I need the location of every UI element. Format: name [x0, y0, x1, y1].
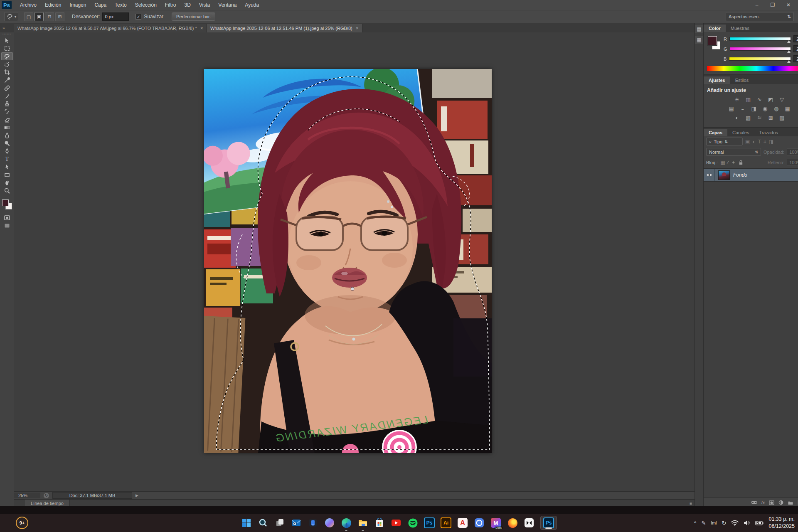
add-mask-icon[interactable]: [769, 500, 774, 505]
tool-clone-stamp[interactable]: [1, 100, 13, 108]
close-tab-icon[interactable]: ×: [356, 25, 359, 31]
add-to-selection-button[interactable]: ▣: [34, 12, 44, 21]
g-slider[interactable]: [730, 47, 791, 51]
color-spectrum-ramp[interactable]: [707, 66, 798, 71]
opacity-field[interactable]: 100%: [787, 148, 798, 155]
tool-zoom[interactable]: [1, 187, 13, 195]
fill-field[interactable]: 100%: [787, 159, 798, 166]
color-balance-icon[interactable]: ◒: [739, 105, 746, 112]
youtube-button[interactable]: [391, 517, 401, 528]
channel-mixer-icon[interactable]: ◍: [773, 105, 780, 112]
acrobat-button[interactable]: A: [457, 517, 468, 528]
toolbar-collapse[interactable]: »: [0, 23, 14, 32]
foreground-color-swatch[interactable]: [2, 200, 9, 206]
layers-empty-area[interactable]: [704, 182, 798, 498]
tool-rectangular-marquee[interactable]: [1, 44, 13, 52]
menu-ventana[interactable]: Ventana: [214, 1, 241, 9]
edge-button[interactable]: [341, 517, 352, 528]
tab-capas[interactable]: Capas: [704, 129, 727, 136]
tool-crop[interactable]: [1, 68, 13, 76]
collapsed-panel-properties-icon[interactable]: ▦: [695, 36, 703, 44]
timeline-expand-icon[interactable]: ≡: [690, 501, 692, 506]
open-image[interactable]: LEGENDARY WIZARDING: [204, 69, 492, 453]
volume-icon[interactable]: [744, 520, 750, 526]
photoshop-app-button[interactable]: Ps: [424, 517, 435, 528]
filter-type-icon[interactable]: T: [758, 139, 761, 145]
close-button[interactable]: ✕: [781, 0, 796, 10]
layer-thumbnail[interactable]: [718, 170, 730, 180]
menu-capa[interactable]: Capa: [90, 1, 111, 9]
copilot-button[interactable]: [324, 517, 335, 528]
layer-filter-kind-dropdown[interactable]: ⌕ Tipo ⇅: [706, 138, 743, 145]
subtract-selection-button[interactable]: ⊟: [45, 12, 54, 21]
tool-quick-selection[interactable]: [1, 60, 13, 68]
exposure-icon[interactable]: ◩: [767, 96, 774, 103]
tray-lml-icon[interactable]: lml: [711, 520, 717, 525]
lock-all-icon[interactable]: [739, 160, 743, 165]
menu-3d[interactable]: 3D: [180, 1, 195, 9]
menu-imagen[interactable]: Imagen: [65, 1, 90, 9]
tool-dodge[interactable]: [1, 139, 13, 147]
capcut-button[interactable]: [524, 517, 534, 528]
screen-mode-button[interactable]: [1, 222, 13, 229]
notification-badge[interactable]: 9+: [16, 517, 28, 529]
link-layers-icon[interactable]: [751, 500, 757, 505]
menu-vista[interactable]: Vista: [195, 1, 214, 9]
search-button[interactable]: [258, 517, 268, 528]
new-selection-button[interactable]: ▢: [24, 12, 33, 21]
tool-eyedropper[interactable]: [1, 76, 13, 84]
tool-hand[interactable]: [1, 179, 13, 187]
curves-icon[interactable]: ∿: [756, 96, 763, 103]
foreground-color-swatch[interactable]: [708, 36, 717, 45]
g-value-field[interactable]: 255: [793, 45, 798, 52]
filter-adjustment-icon[interactable]: ◐: [752, 139, 755, 145]
tool-pen[interactable]: [1, 147, 13, 155]
illustrator-app-button[interactable]: Ai: [441, 517, 451, 528]
filter-image-icon[interactable]: ▣: [745, 139, 750, 145]
posterize-icon[interactable]: ▨: [744, 114, 752, 121]
menu-edicion[interactable]: Edición: [41, 1, 65, 9]
photo-filter-icon[interactable]: ◉: [761, 105, 769, 112]
menu-ayuda[interactable]: Ayuda: [241, 1, 263, 9]
invert-icon[interactable]: ◐: [733, 114, 741, 121]
tool-eraser[interactable]: [1, 116, 13, 123]
task-view-button[interactable]: [274, 517, 285, 528]
tool-move[interactable]: [1, 37, 13, 44]
r-slider[interactable]: [729, 37, 791, 41]
toolbar-grip[interactable]: ▪▪▪▪▪▪: [2, 32, 11, 37]
new-adjustment-icon[interactable]: [778, 500, 783, 505]
layer-row-fondo[interactable]: Fondo: [704, 168, 798, 182]
refine-edge-button[interactable]: Perfeccionar bor.: [172, 12, 215, 21]
tool-healing-brush[interactable]: [1, 84, 13, 92]
m365-button[interactable]: M M365: [490, 517, 501, 528]
close-tab-icon[interactable]: ×: [200, 25, 203, 31]
tab-estilos[interactable]: Estilos: [730, 76, 754, 84]
vibrance-icon[interactable]: ▽: [778, 96, 786, 103]
layer-name[interactable]: Fondo: [733, 172, 798, 178]
minimize-button[interactable]: –: [749, 0, 765, 10]
restore-button[interactable]: ❐: [765, 0, 781, 10]
quick-mask-button[interactable]: [1, 214, 13, 222]
photoshop-active-window-button[interactable]: Ps: [540, 516, 557, 530]
layer-visibility-toggle[interactable]: [704, 169, 715, 181]
filter-shape-icon[interactable]: ⌗: [764, 139, 766, 145]
document-tab-2[interactable]: WhatsApp Image 2025-12-06 at 12.51.46 PM…: [207, 24, 362, 32]
selective-color-icon[interactable]: ⊠: [767, 114, 774, 121]
filter-smart-object-icon[interactable]: ◨: [769, 139, 773, 145]
levels-icon[interactable]: ▥: [744, 96, 752, 103]
tool-blur[interactable]: [1, 131, 13, 139]
lock-paint-icon[interactable]: ∕: [727, 160, 728, 165]
zoom-level-field[interactable]: 25%: [14, 493, 40, 498]
workspace-selector[interactable]: Aspectos esen. ⇅: [726, 12, 794, 21]
tool-brush[interactable]: [1, 92, 13, 100]
current-tool-badge[interactable]: ▾: [4, 12, 18, 21]
collapsed-panel-history-icon[interactable]: ▤: [695, 25, 703, 33]
menu-filtro[interactable]: Filtro: [161, 1, 180, 9]
r-value-field[interactable]: 255: [793, 35, 798, 42]
spotify-button[interactable]: [407, 517, 418, 528]
tab-trazados[interactable]: Trazados: [754, 129, 783, 136]
outlook-button[interactable]: [291, 517, 302, 528]
tab-canales[interactable]: Canales: [727, 129, 754, 136]
tool-lasso[interactable]: [1, 52, 13, 60]
antialias-checkbox[interactable]: ✓: [135, 14, 141, 20]
